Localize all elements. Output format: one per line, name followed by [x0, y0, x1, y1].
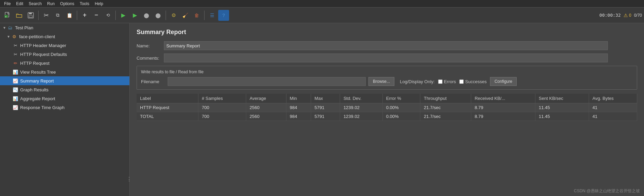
table-cell: 8.79: [471, 112, 535, 121]
list-button[interactable]: ☰: [207, 10, 218, 21]
remove-button[interactable]: −: [91, 10, 102, 21]
warning-count: 0: [629, 13, 631, 18]
tree-item-label-7: Summary Report: [20, 78, 54, 84]
add-button[interactable]: +: [79, 10, 90, 21]
left-panel: ▼ 🗂 Test Plan ▼ ⚙ face-petition-client ✂…: [0, 23, 130, 196]
sep1: [38, 11, 39, 20]
menu-edit[interactable]: Edit: [13, 1, 26, 7]
help-button[interactable]: ?: [218, 10, 229, 21]
tree-item-label-2: face-petition-client: [19, 34, 55, 39]
table-cell: 700: [198, 112, 246, 121]
tree-item-label-6: View Results Tree: [20, 70, 56, 75]
collapse-arrow: ▼: [3, 26, 6, 30]
configure-button[interactable]: Configure: [490, 77, 517, 86]
tree-item-aggregate-report[interactable]: 📊 Aggregate Report: [0, 94, 129, 103]
sep3: [115, 11, 116, 20]
errors-checkbox[interactable]: [438, 79, 443, 84]
cut-button[interactable]: ✂: [41, 10, 52, 21]
save-button[interactable]: [25, 10, 36, 21]
filename-input[interactable]: [168, 77, 366, 86]
paste-button[interactable]: 📋: [64, 10, 75, 21]
tree-item-http-header[interactable]: ✂ HTTP Header Manager: [0, 41, 129, 50]
stop-now-button[interactable]: ⬤: [153, 10, 164, 21]
thread-group-icon: ⚙: [11, 33, 17, 40]
errors-checkbox-label[interactable]: Errors: [438, 79, 456, 84]
table-cell: TOTAL: [137, 112, 198, 121]
menu-search[interactable]: Search: [26, 1, 44, 7]
successes-checkbox[interactable]: [459, 79, 464, 84]
table-cell: 41: [589, 112, 637, 121]
tree-item-label-5: HTTP Request: [20, 61, 50, 66]
col-error-pct: Error %: [382, 94, 420, 103]
open-button[interactable]: [14, 10, 25, 21]
table-cell: 0.00%: [382, 103, 420, 112]
menu-tools[interactable]: Tools: [77, 1, 92, 7]
timer-display: 00:00:32: [599, 13, 621, 18]
run-button[interactable]: ▶: [118, 10, 129, 21]
table-cell: 0.00%: [382, 112, 420, 121]
name-input[interactable]: [164, 41, 608, 50]
tree-item-http-defaults[interactable]: ✂ HTTP Request Defaults: [0, 50, 129, 59]
run-remote-button[interactable]: ▶: [129, 10, 140, 21]
tree-item-response-time[interactable]: 📈 Response Time Graph: [0, 103, 129, 112]
menu-options[interactable]: Options: [57, 1, 77, 7]
table-cell: 11.45: [535, 112, 589, 121]
col-received-kb: Received KB/...: [471, 94, 535, 103]
clear-all-button[interactable]: 🗑: [191, 10, 202, 21]
col-samples: # Samples: [198, 94, 246, 103]
main-layout: ▼ 🗂 Test Plan ▼ ⚙ face-petition-client ✂…: [0, 23, 644, 196]
table-cell: 984: [286, 103, 311, 112]
report-content: Summary Report Name: Comments: Write res…: [130, 23, 644, 196]
table-cell: 21.7/sec: [420, 103, 471, 112]
col-throughput: Throughput: [420, 94, 471, 103]
panel-resize-handle[interactable]: ⋮: [126, 176, 130, 182]
table-cell: HTTP Request: [137, 103, 198, 112]
tree-item-label-10: Response Time Graph: [20, 105, 65, 110]
copy-button[interactable]: ⧉: [52, 10, 63, 21]
col-avg-bytes: Avg. Bytes: [589, 94, 637, 103]
menu-file[interactable]: File: [1, 1, 13, 7]
comments-input[interactable]: [164, 54, 608, 62]
table-cell: 21.7/sec: [420, 112, 471, 121]
menu-help[interactable]: Help: [92, 1, 106, 7]
filename-row: Filename Browse... Log/Display Only: Err…: [141, 77, 633, 86]
table-cell: 1239.02: [340, 112, 382, 121]
clear-button[interactable]: 🧹: [180, 10, 191, 21]
col-max: Max: [311, 94, 340, 103]
tree-item-summary-report[interactable]: 📈 Summary Report: [0, 76, 129, 85]
response-time-icon: 📈: [12, 104, 18, 110]
write-results-section: Write results to file / Read from file F…: [137, 66, 637, 90]
report-title: Summary Report: [137, 29, 637, 36]
toolbar: + ✂ ⧉ 📋 + − ⟲ ▶ ▶ ⬤ ⬤ ⚙ 🧹 🗑 ☰ ? 00:00:32…: [0, 7, 644, 23]
http-header-icon: ✂: [12, 42, 18, 48]
table-cell: 984: [286, 112, 311, 121]
svg-rect-4: [29, 13, 32, 14]
menu-run[interactable]: Run: [44, 1, 57, 7]
log-display-label: Log/Display Only:: [400, 79, 435, 84]
name-row: Name:: [137, 41, 637, 50]
tree-item-test-plan[interactable]: ▼ 🗂 Test Plan: [0, 23, 129, 32]
table-cell: 2560: [246, 112, 286, 121]
col-average: Average: [246, 94, 286, 103]
table-cell: 11.45: [535, 103, 589, 112]
browse-test-button[interactable]: ⟲: [102, 10, 113, 21]
view-results-icon: 📊: [12, 69, 18, 75]
successes-checkbox-label[interactable]: Successes: [459, 79, 487, 84]
settings-button[interactable]: ⚙: [168, 10, 179, 21]
tree-item-face-petition[interactable]: ▼ ⚙ face-petition-client: [0, 32, 129, 41]
browse-button[interactable]: Browse...: [368, 77, 394, 86]
new-button[interactable]: +: [2, 10, 13, 21]
tree-item-graph-results[interactable]: 📉 Graph Results: [0, 85, 129, 94]
tree-item-http-request[interactable]: ✏ HTTP Request: [0, 59, 129, 67]
table-cell: 2560: [246, 103, 286, 112]
tree-item-label: Test Plan: [15, 25, 33, 30]
log-display-row: Log/Display Only: Errors Successes Confi…: [400, 77, 517, 86]
tree-item-view-results[interactable]: 📊 View Results Tree: [0, 67, 129, 76]
results-table: Label # Samples Average Min Max Std. Dev…: [137, 94, 637, 121]
table-cell: 5791: [311, 112, 340, 121]
toolbar-right: 00:00:32 ⚠ 0 0/70: [599, 13, 642, 18]
warning-badge: ⚠ 0: [624, 13, 631, 18]
sep5: [204, 11, 205, 20]
col-sent-kb: Sent KB/sec: [535, 94, 589, 103]
stop-button[interactable]: ⬤: [141, 10, 152, 21]
